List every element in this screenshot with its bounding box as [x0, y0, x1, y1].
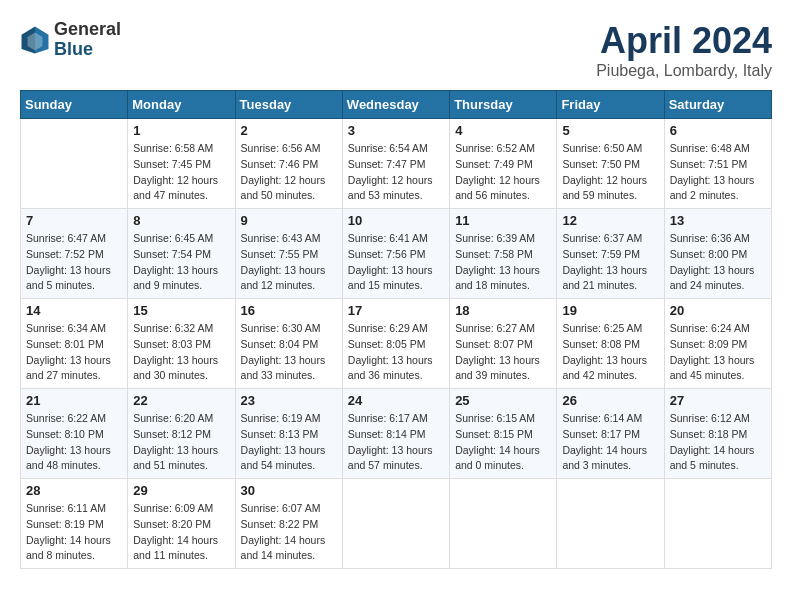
- day-info: Sunrise: 6:24 AMSunset: 8:09 PMDaylight:…: [670, 321, 766, 384]
- calendar-cell: 5Sunrise: 6:50 AMSunset: 7:50 PMDaylight…: [557, 119, 664, 209]
- day-info: Sunrise: 6:39 AMSunset: 7:58 PMDaylight:…: [455, 231, 551, 294]
- day-number: 2: [241, 123, 337, 138]
- weekday-header-row: SundayMondayTuesdayWednesdayThursdayFrid…: [21, 91, 772, 119]
- calendar-cell: 11Sunrise: 6:39 AMSunset: 7:58 PMDayligh…: [450, 209, 557, 299]
- calendar-table: SundayMondayTuesdayWednesdayThursdayFrid…: [20, 90, 772, 569]
- day-number: 21: [26, 393, 122, 408]
- calendar-cell: 14Sunrise: 6:34 AMSunset: 8:01 PMDayligh…: [21, 299, 128, 389]
- day-info: Sunrise: 6:36 AMSunset: 8:00 PMDaylight:…: [670, 231, 766, 294]
- calendar-cell: 1Sunrise: 6:58 AMSunset: 7:45 PMDaylight…: [128, 119, 235, 209]
- calendar-cell: 6Sunrise: 6:48 AMSunset: 7:51 PMDaylight…: [664, 119, 771, 209]
- location-subtitle: Piubega, Lombardy, Italy: [596, 62, 772, 80]
- calendar-body: 1Sunrise: 6:58 AMSunset: 7:45 PMDaylight…: [21, 119, 772, 569]
- day-number: 15: [133, 303, 229, 318]
- day-info: Sunrise: 6:17 AMSunset: 8:14 PMDaylight:…: [348, 411, 444, 474]
- calendar-cell: 17Sunrise: 6:29 AMSunset: 8:05 PMDayligh…: [342, 299, 449, 389]
- day-number: 23: [241, 393, 337, 408]
- day-info: Sunrise: 6:19 AMSunset: 8:13 PMDaylight:…: [241, 411, 337, 474]
- day-info: Sunrise: 6:29 AMSunset: 8:05 PMDaylight:…: [348, 321, 444, 384]
- calendar-cell: 24Sunrise: 6:17 AMSunset: 8:14 PMDayligh…: [342, 389, 449, 479]
- day-info: Sunrise: 6:48 AMSunset: 7:51 PMDaylight:…: [670, 141, 766, 204]
- calendar-cell: 7Sunrise: 6:47 AMSunset: 7:52 PMDaylight…: [21, 209, 128, 299]
- logo-blue-text: Blue: [54, 40, 121, 60]
- day-number: 19: [562, 303, 658, 318]
- calendar-cell: 10Sunrise: 6:41 AMSunset: 7:56 PMDayligh…: [342, 209, 449, 299]
- day-number: 18: [455, 303, 551, 318]
- calendar-cell: 20Sunrise: 6:24 AMSunset: 8:09 PMDayligh…: [664, 299, 771, 389]
- day-info: Sunrise: 6:41 AMSunset: 7:56 PMDaylight:…: [348, 231, 444, 294]
- calendar-week-2: 7Sunrise: 6:47 AMSunset: 7:52 PMDaylight…: [21, 209, 772, 299]
- day-number: 5: [562, 123, 658, 138]
- day-number: 17: [348, 303, 444, 318]
- day-number: 11: [455, 213, 551, 228]
- calendar-cell: [450, 479, 557, 569]
- calendar-week-4: 21Sunrise: 6:22 AMSunset: 8:10 PMDayligh…: [21, 389, 772, 479]
- calendar-cell: [664, 479, 771, 569]
- day-info: Sunrise: 6:20 AMSunset: 8:12 PMDaylight:…: [133, 411, 229, 474]
- day-info: Sunrise: 6:30 AMSunset: 8:04 PMDaylight:…: [241, 321, 337, 384]
- calendar-cell: [557, 479, 664, 569]
- day-info: Sunrise: 6:27 AMSunset: 8:07 PMDaylight:…: [455, 321, 551, 384]
- day-info: Sunrise: 6:47 AMSunset: 7:52 PMDaylight:…: [26, 231, 122, 294]
- day-info: Sunrise: 6:32 AMSunset: 8:03 PMDaylight:…: [133, 321, 229, 384]
- weekday-header-monday: Monday: [128, 91, 235, 119]
- day-number: 20: [670, 303, 766, 318]
- calendar-cell: 13Sunrise: 6:36 AMSunset: 8:00 PMDayligh…: [664, 209, 771, 299]
- calendar-cell: 22Sunrise: 6:20 AMSunset: 8:12 PMDayligh…: [128, 389, 235, 479]
- calendar-cell: 16Sunrise: 6:30 AMSunset: 8:04 PMDayligh…: [235, 299, 342, 389]
- day-info: Sunrise: 6:56 AMSunset: 7:46 PMDaylight:…: [241, 141, 337, 204]
- calendar-cell: 2Sunrise: 6:56 AMSunset: 7:46 PMDaylight…: [235, 119, 342, 209]
- calendar-cell: 23Sunrise: 6:19 AMSunset: 8:13 PMDayligh…: [235, 389, 342, 479]
- calendar-cell: 4Sunrise: 6:52 AMSunset: 7:49 PMDaylight…: [450, 119, 557, 209]
- day-info: Sunrise: 6:09 AMSunset: 8:20 PMDaylight:…: [133, 501, 229, 564]
- day-info: Sunrise: 6:50 AMSunset: 7:50 PMDaylight:…: [562, 141, 658, 204]
- calendar-cell: 15Sunrise: 6:32 AMSunset: 8:03 PMDayligh…: [128, 299, 235, 389]
- calendar-cell: 29Sunrise: 6:09 AMSunset: 8:20 PMDayligh…: [128, 479, 235, 569]
- calendar-cell: 18Sunrise: 6:27 AMSunset: 8:07 PMDayligh…: [450, 299, 557, 389]
- calendar-cell: 27Sunrise: 6:12 AMSunset: 8:18 PMDayligh…: [664, 389, 771, 479]
- day-number: 7: [26, 213, 122, 228]
- weekday-header-wednesday: Wednesday: [342, 91, 449, 119]
- day-info: Sunrise: 6:22 AMSunset: 8:10 PMDaylight:…: [26, 411, 122, 474]
- weekday-header-friday: Friday: [557, 91, 664, 119]
- day-info: Sunrise: 6:14 AMSunset: 8:17 PMDaylight:…: [562, 411, 658, 474]
- day-number: 22: [133, 393, 229, 408]
- day-number: 4: [455, 123, 551, 138]
- day-info: Sunrise: 6:11 AMSunset: 8:19 PMDaylight:…: [26, 501, 122, 564]
- logo-general-text: General: [54, 20, 121, 40]
- day-info: Sunrise: 6:58 AMSunset: 7:45 PMDaylight:…: [133, 141, 229, 204]
- calendar-cell: 26Sunrise: 6:14 AMSunset: 8:17 PMDayligh…: [557, 389, 664, 479]
- calendar-cell: 28Sunrise: 6:11 AMSunset: 8:19 PMDayligh…: [21, 479, 128, 569]
- calendar-cell: 8Sunrise: 6:45 AMSunset: 7:54 PMDaylight…: [128, 209, 235, 299]
- day-info: Sunrise: 6:07 AMSunset: 8:22 PMDaylight:…: [241, 501, 337, 564]
- month-title: April 2024: [596, 20, 772, 62]
- day-info: Sunrise: 6:12 AMSunset: 8:18 PMDaylight:…: [670, 411, 766, 474]
- day-number: 25: [455, 393, 551, 408]
- day-number: 12: [562, 213, 658, 228]
- day-number: 6: [670, 123, 766, 138]
- calendar-cell: 3Sunrise: 6:54 AMSunset: 7:47 PMDaylight…: [342, 119, 449, 209]
- day-number: 9: [241, 213, 337, 228]
- title-area: April 2024 Piubega, Lombardy, Italy: [596, 20, 772, 80]
- calendar-cell: 9Sunrise: 6:43 AMSunset: 7:55 PMDaylight…: [235, 209, 342, 299]
- calendar-cell: 21Sunrise: 6:22 AMSunset: 8:10 PMDayligh…: [21, 389, 128, 479]
- logo: General Blue: [20, 20, 121, 60]
- day-number: 29: [133, 483, 229, 498]
- calendar-cell: 25Sunrise: 6:15 AMSunset: 8:15 PMDayligh…: [450, 389, 557, 479]
- weekday-header-thursday: Thursday: [450, 91, 557, 119]
- day-number: 13: [670, 213, 766, 228]
- calendar-cell: 12Sunrise: 6:37 AMSunset: 7:59 PMDayligh…: [557, 209, 664, 299]
- weekday-header-sunday: Sunday: [21, 91, 128, 119]
- weekday-header-saturday: Saturday: [664, 91, 771, 119]
- calendar-cell: [342, 479, 449, 569]
- logo-icon: [20, 25, 50, 55]
- day-info: Sunrise: 6:45 AMSunset: 7:54 PMDaylight:…: [133, 231, 229, 294]
- day-number: 16: [241, 303, 337, 318]
- day-info: Sunrise: 6:37 AMSunset: 7:59 PMDaylight:…: [562, 231, 658, 294]
- calendar-cell: 19Sunrise: 6:25 AMSunset: 8:08 PMDayligh…: [557, 299, 664, 389]
- day-number: 14: [26, 303, 122, 318]
- calendar-header: SundayMondayTuesdayWednesdayThursdayFrid…: [21, 91, 772, 119]
- day-number: 27: [670, 393, 766, 408]
- day-info: Sunrise: 6:15 AMSunset: 8:15 PMDaylight:…: [455, 411, 551, 474]
- day-number: 28: [26, 483, 122, 498]
